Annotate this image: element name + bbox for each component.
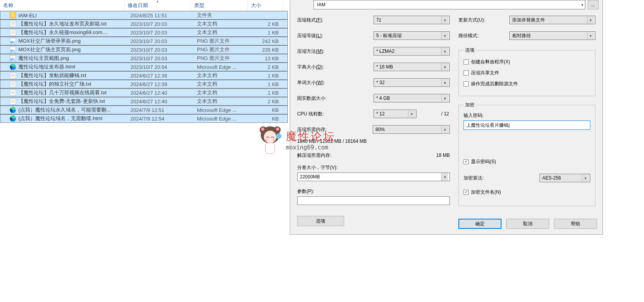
file-type: 文本文档 [194,29,251,36]
file-size: 2 KB [251,99,286,104]
file-name: IAM-ELI [18,13,37,18]
shared-checkbox[interactable]: 压缩共享文件 [464,68,590,77]
file-date: 2023/10/7 20:03 [127,38,194,44]
chevron-down-icon: ▾ [441,126,448,133]
params-input[interactable] [297,196,450,205]
threads-select[interactable]: * 12▾ [373,110,417,118]
mem-comp-value: 1840 MB / 12931 MB / 16164 MB [297,138,366,144]
file-name: 【魔性论坛】全免费-无套路-更新快.txt [18,98,105,105]
archive-name-combo[interactable]: IAM ▾ [314,0,585,9]
file-type: 文本文档 [194,89,251,96]
file-row[interactable]: 魔性论坛地址发布器.html2023/10/7 20:04Microsoft E… [0,63,288,71]
options-legend: 选项 [464,47,476,54]
file-explorer: 名称 修改日期 ▲ 类型 大小 IAM-ELI2024/8/25 11:51文件… [0,0,288,302]
file-date: 2023/10/7 20:03 [127,47,194,53]
col-header-name[interactable]: 名称 [0,0,124,11]
png-icon [10,47,16,53]
file-name: 【魔性论坛】发帖就能赚钱.txt [18,72,86,79]
txt-icon [10,29,16,36]
file-date: 2024/7/9 12:54 [127,116,194,122]
file-type: PNG 图片文件 [194,55,251,62]
params-label: 参数(P): [297,188,450,195]
chevron-down-icon: ▾ [441,79,448,86]
file-row[interactable]: (点我）魔性论坛永久域名，可能需要翻...2024/7/9 12:51Micro… [0,106,288,114]
file-type: Microsoft Edge ... [194,107,251,113]
checkbox-checked-icon [464,159,469,164]
file-name: 【魔性论坛】的独立社交广场.txt [18,81,91,88]
file-row[interactable]: MOX社交广场主页页面.png2023/10/7 20:03PNG 图片文件23… [0,45,288,54]
help-button[interactable]: 帮助 [554,219,597,229]
options-button[interactable]: 选项 [297,216,344,226]
file-row[interactable]: 【魔性论坛】几十万部视频在线观看.txt2024/6/27 12:40文本文档1… [0,88,288,97]
encrypt-names-checkbox[interactable]: 加密文件名(N) [464,188,590,196]
file-row[interactable]: 【魔性论坛】发帖就能赚钱.txt2024/6/27 12:36文本文档1 KB [0,71,288,80]
file-row[interactable]: IAM-ELI2024/8/25 11:51文件夹 [0,11,288,20]
password-input[interactable]: 上魔性论坛看片赚钱| [464,120,590,130]
file-size: 242 KB [251,38,286,44]
level-label: 压缩等级(L): [297,32,373,39]
pathmode-select[interactable]: 相对路径▾ [509,31,595,40]
cancel-button[interactable]: 取消 [506,219,549,229]
options-group: 选项 创建自释放程序(X) 压缩共享文件 操作完成后删除源文件 [458,47,595,96]
txt-icon [10,21,16,27]
pathmode-label: 路径模式: [458,32,509,39]
file-name: 魔性论坛地址发布器.html [18,63,75,70]
file-date: 2024/8/25 11:51 [127,13,194,18]
enc-method-select[interactable]: AES-256▾ [539,174,590,182]
txt-icon [10,90,16,96]
chevron-down-icon: ▾ [581,3,583,7]
update-select[interactable]: 添加并替换文件▾ [509,16,595,24]
file-type: Microsoft Edge ... [194,116,251,122]
file-row[interactable]: 【魔性论坛】的独立社交广场.txt2024/6/27 12:39文本文档1 KB [0,80,288,88]
folder-icon [10,12,16,18]
level-select[interactable]: 5 - 标准压缩▾ [373,31,450,40]
dict-select[interactable]: * 16 MB▾ [373,63,450,71]
solid-select[interactable]: * 4 GB▾ [373,94,450,102]
col-header-size[interactable]: 大小 [248,0,283,11]
encryption-legend: 加密 [464,102,476,108]
file-row[interactable]: 【魔性论坛】全免费-无套路-更新快.txt2024/6/27 12:40文本文档… [0,97,288,106]
txt-icon [10,81,16,87]
threads-max: / 12 [441,111,450,117]
show-password-checkbox[interactable]: 显示密码(S) [464,157,590,166]
file-size: 1 KB [251,73,286,79]
volume-combo[interactable]: 22000MB▾ [297,173,450,181]
png-icon [10,38,16,44]
file-name: (点我）魔性论坛域名，无需翻墙.html [18,115,103,122]
col-header-date[interactable]: 修改日期 ▲ [124,0,191,11]
format-select[interactable]: 7z▾ [373,16,450,24]
mem-comp-label: 压缩所需内存: [297,126,370,133]
chevron-down-icon: ▾ [582,174,588,182]
file-row[interactable]: MOX社交广场登录界面.png2023/10/7 20:03PNG 图片文件24… [0,37,288,45]
method-select[interactable]: * LZMA2▾ [373,47,450,56]
file-date: 2024/6/27 12:40 [127,90,194,96]
delete-after-checkbox[interactable]: 操作完成后删除源文件 [464,79,590,88]
file-type: 文件夹 [194,12,251,19]
file-name: 【魔性论坛】永久链接moxing69.com.... [18,29,108,36]
file-row[interactable]: 【魔性论坛】永久地址发布页及邮箱.txt2023/10/7 20:03文本文档2… [0,20,288,28]
file-name: 【魔性论坛】永久地址发布页及邮箱.txt [18,20,106,27]
file-size: 2 KB [251,21,286,27]
chevron-down-icon: ▾ [587,16,593,24]
txt-icon [10,98,16,104]
word-select[interactable]: * 32▾ [373,78,450,87]
sfx-checkbox[interactable]: 创建自释放程序(X) [464,58,590,66]
edge-icon [10,64,16,70]
edge-icon [10,107,16,113]
file-size: 1 KB [251,81,286,87]
ok-button[interactable]: 确定 [458,219,501,229]
7zip-add-dialog: IAM ▾ ... 压缩格式(F): 7z▾ 压缩等级(L): 5 - 标准压缩… [290,0,603,235]
file-date: 2023/10/7 20:03 [127,56,194,61]
file-type: 文本文档 [194,81,251,88]
file-row[interactable]: (点我）魔性论坛域名，无需翻墙.html2024/7/9 12:54Micros… [0,114,288,123]
file-date: 2024/7/9 12:51 [127,107,194,113]
file-type: 文本文档 [194,72,251,79]
volume-label: 分卷大小，字节(V): [297,164,450,171]
file-row[interactable]: 魔性论坛主页截图.png2023/10/7 20:03PNG 图片文件13 KB [0,54,288,63]
col-header-type[interactable]: 类型 [191,0,248,11]
browse-button[interactable]: ... [588,0,599,9]
mem-pct-select[interactable]: 80%▾ [373,125,450,134]
format-label: 压缩格式(F): [297,17,373,23]
file-name: (点我）魔性论坛永久域名，可能需要翻... [18,106,111,113]
file-row[interactable]: 【魔性论坛】永久链接moxing69.com....2023/10/7 20:0… [0,28,288,37]
